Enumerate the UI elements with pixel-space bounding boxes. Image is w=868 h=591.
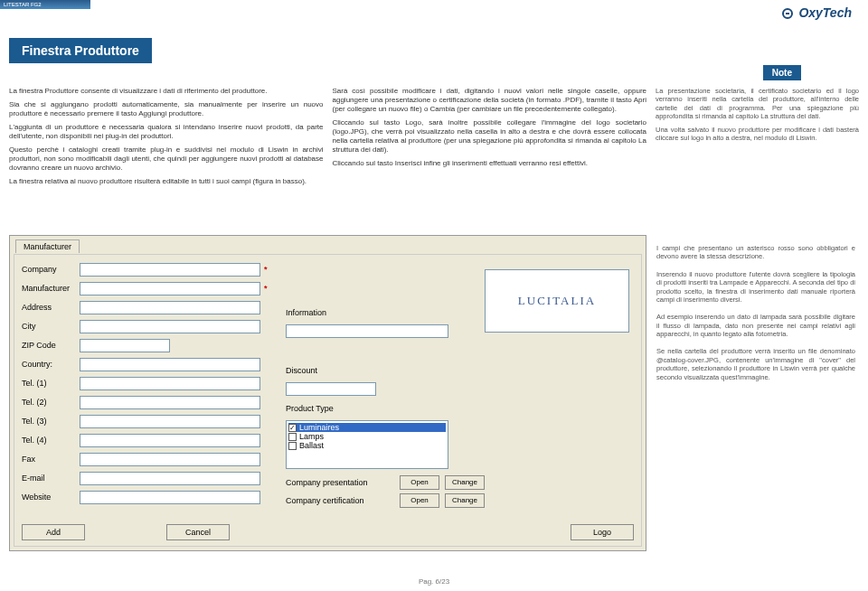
country-field[interactable] <box>80 358 260 371</box>
tel1-field[interactable] <box>80 377 260 390</box>
open-presentation-button[interactable]: Open <box>400 475 439 490</box>
rnote-p2: Inserendo il nuovo produttore l'utente d… <box>656 270 855 305</box>
change-certification-button[interactable]: Change <box>445 493 485 508</box>
checkbox-icon[interactable] <box>288 433 297 441</box>
label-tel1: Tel. (1) <box>22 379 80 388</box>
rnote-p3: Ad esempio inserendo un dato di lampada … <box>656 313 855 338</box>
col3-p1: La presentazione societaria, il certific… <box>656 87 859 121</box>
information-field[interactable] <box>286 324 448 338</box>
open-certification-button[interactable]: Open <box>400 493 439 508</box>
asterisk-icon: * <box>264 265 268 274</box>
checkbox-icon[interactable] <box>288 442 297 450</box>
right-side-notes: I campi che presentano un asterisco ross… <box>656 244 855 390</box>
page-footer: Pag. 6/23 <box>0 577 868 586</box>
logo-button[interactable]: Logo <box>571 524 634 540</box>
address-field[interactable] <box>80 301 260 314</box>
label-city: City <box>22 322 80 331</box>
label-tel4: Tel. (4) <box>22 436 80 445</box>
checkbox-icon[interactable] <box>288 424 297 432</box>
label-company: Company <box>22 265 80 274</box>
brand-name: OxyTech <box>798 5 852 20</box>
cancel-button[interactable]: Cancel <box>166 524 230 540</box>
col2-p3: Cliccando sul tasto Inserisci infine gli… <box>333 159 647 168</box>
company-field[interactable] <box>80 263 260 277</box>
dialog-body: Company* Manufacturer* Address City ZIP … <box>14 254 642 547</box>
middle-fields: Information Discount Product Type Lumina… <box>286 262 467 469</box>
col1-p3: L'aggiunta di un produttore è necessaria… <box>9 123 324 141</box>
label-producttype: Product Type <box>286 404 358 413</box>
brand-logo: OxyTech <box>782 5 852 20</box>
col2-p1: Sarà così possibile modificare i dati, d… <box>333 87 647 114</box>
app-header-bar: LITESTAR FG2 <box>0 0 90 9</box>
brand-logo-icon <box>782 8 793 19</box>
rnote-p1: I campi che presentano un asterisco ross… <box>656 244 855 261</box>
col3-p2: Una volta salvato il nuovo produttore pe… <box>656 126 859 143</box>
label-presentation: Company presentation <box>286 478 394 487</box>
col1-p2: Sia che si aggiungano prodotti automatic… <box>9 100 324 118</box>
zip-field[interactable] <box>80 339 170 352</box>
email-field[interactable] <box>80 472 260 485</box>
list-item: Lamps <box>288 432 446 441</box>
page-title: Finestra Produttore <box>9 38 152 63</box>
label-fax: Fax <box>22 455 80 464</box>
note-heading: Note <box>763 65 801 80</box>
label-tel2: Tel. (2) <box>22 398 80 407</box>
tel4-field[interactable] <box>80 434 260 447</box>
label-zip: ZIP Code <box>22 341 80 350</box>
label-information: Information <box>286 308 344 317</box>
list-item: Luminaires <box>288 423 446 432</box>
logo-preview: LUCITALIA <box>485 269 629 333</box>
rnote-p4: Se nella cartella del produttore verrà i… <box>656 347 855 381</box>
app-header-text: LITESTAR FG2 <box>4 2 42 7</box>
discount-field[interactable] <box>286 382 376 396</box>
change-presentation-button[interactable]: Change <box>445 475 485 490</box>
dialog-bottom-bar: Add Cancel Logo <box>22 524 634 540</box>
label-country: Country: <box>22 360 80 369</box>
tab-manufacturer[interactable]: Manufacturer <box>15 239 80 253</box>
col1-p1: La finestra Produttore consente di visua… <box>9 87 324 96</box>
city-field[interactable] <box>80 320 260 333</box>
product-type-list[interactable]: Luminaires Lamps Ballast <box>286 420 448 469</box>
col1-p4: Questo perchè i cataloghi creati tramite… <box>9 145 324 173</box>
tel2-field[interactable] <box>80 396 260 409</box>
column-2: Sarà così possibile modificare i dati, d… <box>333 87 647 191</box>
asterisk-icon: * <box>264 284 268 293</box>
label-certification: Company certification <box>286 496 394 505</box>
col2-p2: Cliccando sul tasto Logo, sarà inoltre p… <box>333 118 647 155</box>
label-discount: Discount <box>286 366 344 375</box>
file-rows: Company presentation Open Change Company… <box>286 475 485 511</box>
tel3-field[interactable] <box>80 415 260 428</box>
manufacturer-dialog: Manufacturer Company* Manufacturer* Addr… <box>9 235 646 551</box>
col1-p5: La finestra relativa al nuovo produttore… <box>9 177 324 186</box>
website-field[interactable] <box>80 491 260 504</box>
label-website: Website <box>22 492 80 502</box>
list-item: Ballast <box>288 441 446 450</box>
manufacturer-field[interactable] <box>80 282 260 296</box>
label-email: E-mail <box>22 474 80 483</box>
column-3-notes: La presentazione societaria, il certific… <box>656 87 859 191</box>
column-1: La finestra Produttore consente di visua… <box>9 87 324 191</box>
label-address: Address <box>22 303 80 312</box>
label-manufacturer: Manufacturer <box>22 284 80 293</box>
fax-field[interactable] <box>80 453 260 466</box>
add-button[interactable]: Add <box>22 524 85 540</box>
text-columns: La finestra Produttore consente di visua… <box>9 87 859 191</box>
label-tel3: Tel. (3) <box>22 417 80 426</box>
